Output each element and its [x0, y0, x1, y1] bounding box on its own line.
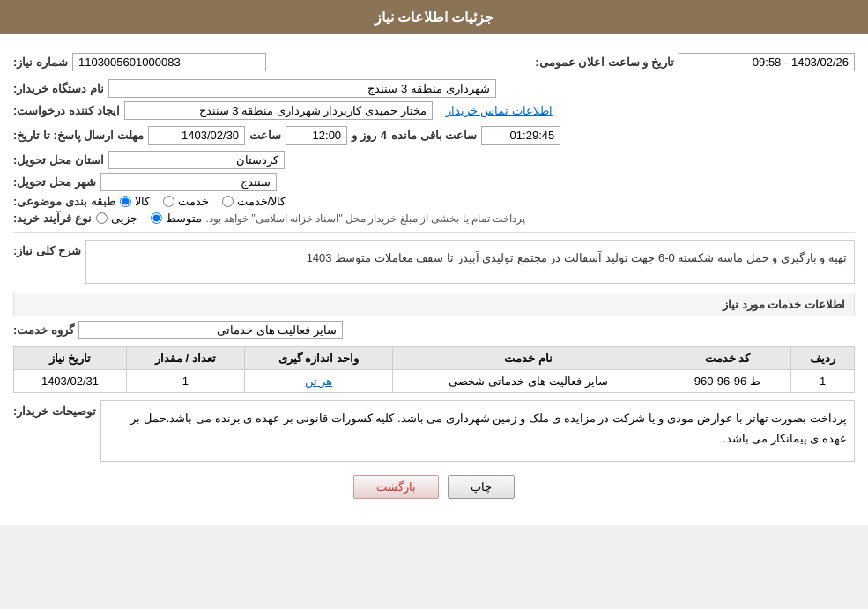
col-name: نام خدمت	[393, 347, 664, 370]
category-khedmat-label: خدمت	[178, 195, 209, 208]
need-number-group: 1103005601000083 شماره نیاز:	[13, 53, 266, 71]
deadline-days-value: 4	[381, 129, 387, 142]
buyer-notes-value: پرداخت بصورت تهاتر با عوارض مودی و یا شر…	[100, 400, 855, 462]
col-qty: تعداد / مقدار	[126, 347, 244, 370]
table-row: 1 ط-96-96-960 سایر فعالیت های خدماتی شخص…	[14, 370, 855, 393]
purchase-radio-group: متوسط جزیی	[96, 212, 202, 225]
city-row: سنندج شهر محل تحویل:	[13, 173, 855, 191]
service-date: 1403/02/31	[14, 370, 127, 393]
col-unit: واحد اندازه گیری	[244, 347, 393, 370]
deadline-day-label: روز و	[352, 129, 376, 142]
main-content: 1403/02/26 - 09:58 تاریخ و ساعت اعلان عم…	[0, 34, 868, 525]
page-title: جزئیات اطلاعات نیاز	[375, 10, 494, 25]
purchase-type-label: نوع فرآیند خرید:	[13, 212, 92, 225]
deadline-remaining-group: 01:29:45 ساعت باقی مانده 4 روز و 12:00 س…	[148, 126, 560, 145]
description-row: تهیه و بارگیری و حمل ماسه شکسته 0-6 جهت …	[13, 240, 855, 284]
creator-row: اطلاعات تماس خریدار مختار حمیدی کاربردار…	[13, 101, 855, 120]
description-value: تهیه و بارگیری و حمل ماسه شکسته 0-6 جهت …	[85, 240, 855, 284]
buyer-notes-label: توصیحات خریدار:	[13, 400, 96, 418]
services-table-header: ردیف کد خدمت نام خدمت واحد اندازه گیری ت…	[14, 347, 855, 370]
purchase-jozyi-radio[interactable]	[96, 212, 108, 224]
deadline-date-value: 1403/02/30	[148, 126, 245, 145]
category-kala-item: کالا	[120, 195, 150, 208]
category-kala-khedmat-label: کالا/خدمت	[237, 195, 286, 208]
province-value: کردستان	[108, 151, 285, 169]
deadline-remaining-value: 01:29:45	[481, 126, 560, 145]
purchase-motavasset-item: متوسط	[151, 212, 202, 225]
buyer-org-label: نام دستگاه خریدار:	[13, 82, 104, 95]
announcement-date-group: 1403/02/26 - 09:58 تاریخ و ساعت اعلان عم…	[535, 53, 855, 71]
category-kala-khedmat-radio[interactable]	[222, 196, 234, 207]
purchase-motavasset-label: متوسط	[166, 212, 202, 225]
city-value: سنندج	[100, 173, 277, 191]
page-container: جزئیات اطلاعات نیاز 1403/02/26 - 09:58 ت…	[0, 0, 868, 525]
service-code: ط-96-96-960	[664, 370, 790, 393]
print-button[interactable]: چاپ	[448, 475, 515, 499]
category-khedmat-radio[interactable]	[163, 196, 174, 207]
col-rownum: ردیف	[791, 347, 855, 370]
deadline-remaining-label: ساعت باقی مانده	[391, 129, 477, 142]
contact-link[interactable]: اطلاعات تماس خریدار	[446, 104, 553, 117]
need-number-row: 1403/02/26 - 09:58 تاریخ و ساعت اعلان عم…	[13, 50, 855, 74]
purchase-type-row: پرداخت تمام یا بخشی از مبلغ خریدار محل "…	[13, 212, 855, 225]
deadline-label: مهلت ارسال پاسخ: تا تاریخ:	[13, 129, 144, 142]
divider-1	[13, 232, 855, 233]
purchase-motavasset-radio[interactable]	[151, 212, 162, 224]
service-name: سایر فعالیت های خدماتی شخصی	[393, 370, 664, 393]
row-num: 1	[791, 370, 855, 393]
deadline-time-value: 12:00	[286, 126, 347, 145]
announcement-date-value: 1403/02/26 - 09:58	[679, 53, 855, 71]
buyer-notes-row: پرداخت بصورت تهاتر با عوارض مودی و یا شر…	[13, 400, 855, 462]
buttons-row: چاپ بازگشت	[13, 475, 855, 499]
category-kala-khedmat-item: کالا/خدمت	[222, 195, 286, 208]
deadline-time-label: ساعت	[249, 129, 281, 142]
description-title: شرح کلی نیاز:	[13, 240, 81, 257]
category-label: طبقه بندی موضوعی:	[13, 195, 115, 208]
purchase-jozyi-label: جزیی	[111, 212, 137, 225]
buyer-org-value: شهرداری منطقه 3 سنندج	[108, 79, 496, 98]
category-row: کالا/خدمت خدمت کالا طبقه بندی موضوعی:	[13, 195, 855, 208]
buyer-org-row: شهرداری منطقه 3 سنندج نام دستگاه خریدار:	[13, 79, 855, 98]
need-number-value: 1103005601000083	[72, 53, 266, 71]
services-table: ردیف کد خدمت نام خدمت واحد اندازه گیری ت…	[13, 346, 855, 393]
purchase-note: پرداخت تمام یا بخشی از مبلغ خریدار محل "…	[206, 212, 526, 225]
col-code: کد خدمت	[664, 347, 790, 370]
service-qty: 1	[126, 370, 244, 393]
province-label: استان محل تحویل:	[13, 153, 104, 167]
service-unit[interactable]: هر تن	[244, 370, 393, 393]
city-label: شهر محل تحویل:	[13, 175, 96, 189]
creator-label: ایجاد کننده درخواست:	[13, 104, 120, 117]
category-khedmat-item: خدمت	[163, 195, 209, 208]
category-kala-radio[interactable]	[120, 196, 131, 207]
service-group-value: سایر فعالیت های خدماتی	[78, 321, 343, 339]
service-group-label: گروه خدمت:	[13, 323, 74, 337]
creator-value: مختار حمیدی کاربردار شهرداری منطقه 3 سنن…	[124, 101, 433, 120]
service-group-row: سایر فعالیت های خدماتی گروه خدمت:	[13, 321, 855, 339]
col-date: تاریخ نیاز	[14, 347, 127, 370]
need-number-label: شماره نیاز:	[13, 56, 68, 69]
province-row: کردستان استان محل تحویل:	[13, 151, 855, 169]
announcement-date-label: تاریخ و ساعت اعلان عمومی:	[535, 56, 674, 69]
category-kala-label: کالا	[135, 195, 150, 208]
page-header: جزئیات اطلاعات نیاز	[0, 0, 868, 34]
back-button[interactable]: بازگشت	[353, 475, 439, 499]
purchase-jozyi-item: جزیی	[96, 212, 137, 225]
category-radio-group: کالا/خدمت خدمت کالا	[120, 195, 286, 208]
services-section-title: اطلاعات خدمات مورد نیاز	[13, 293, 855, 316]
deadline-row: 01:29:45 ساعت باقی مانده 4 روز و 12:00 س…	[13, 123, 855, 147]
